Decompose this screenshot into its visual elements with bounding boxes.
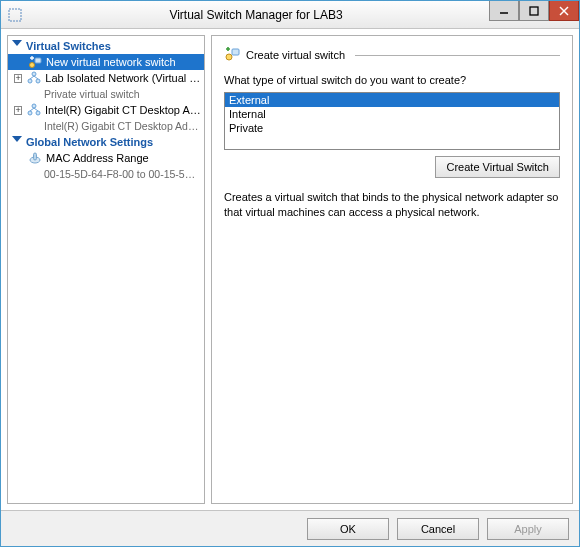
main-header-label: Create virtual switch bbox=[246, 49, 345, 61]
sidebar-item-mac-range-value: 00-15-5D-64-F8-00 to 00-15-5D-6... bbox=[8, 166, 204, 182]
maximize-button[interactable] bbox=[519, 1, 549, 21]
sidebar-item-intel-adapter-sub: Intel(R) Gigabit CT Desktop Adapt... bbox=[8, 118, 204, 134]
svg-marker-5 bbox=[12, 40, 22, 46]
expand-icon[interactable]: + bbox=[14, 74, 22, 83]
svg-line-17 bbox=[34, 108, 38, 111]
svg-point-13 bbox=[32, 104, 36, 108]
create-virtual-switch-button[interactable]: Create Virtual Switch bbox=[435, 156, 560, 178]
sidebar: Virtual Switches New virtual network swi… bbox=[7, 35, 205, 504]
create-switch-icon bbox=[224, 46, 240, 64]
cancel-button[interactable]: Cancel bbox=[397, 518, 479, 540]
list-item-private[interactable]: Private bbox=[225, 121, 559, 135]
titlebar: Virtual Switch Manager for LAB3 bbox=[1, 1, 579, 29]
content-area: Virtual Switches New virtual network swi… bbox=[1, 29, 579, 510]
minimize-button[interactable] bbox=[489, 1, 519, 21]
window-controls bbox=[489, 1, 579, 21]
chevron-down-icon bbox=[12, 40, 22, 52]
svg-line-12 bbox=[34, 76, 38, 79]
main-panel: Create virtual switch What type of virtu… bbox=[211, 35, 573, 504]
sidebar-item-new-switch[interactable]: New virtual network switch bbox=[8, 54, 204, 70]
section-global-settings[interactable]: Global Network Settings bbox=[8, 134, 204, 150]
chevron-down-icon bbox=[12, 136, 22, 148]
svg-rect-7 bbox=[35, 58, 41, 63]
svg-line-16 bbox=[30, 108, 34, 111]
section-label: Global Network Settings bbox=[26, 136, 153, 148]
dialog-button-bar: OK Cancel Apply bbox=[1, 510, 579, 546]
list-item-external[interactable]: External bbox=[225, 93, 559, 107]
ok-button[interactable]: OK bbox=[307, 518, 389, 540]
svg-point-8 bbox=[32, 72, 36, 76]
svg-point-14 bbox=[28, 111, 32, 115]
sidebar-sub-label: Private virtual switch bbox=[44, 87, 140, 101]
sidebar-item-lab-isolated-sub: Private virtual switch bbox=[8, 86, 204, 102]
main-header: Create virtual switch bbox=[224, 46, 560, 64]
svg-line-11 bbox=[30, 76, 34, 79]
apply-button[interactable]: Apply bbox=[487, 518, 569, 540]
sidebar-item-intel-adapter[interactable]: + Intel(R) Gigabit CT Desktop Adapte... bbox=[8, 102, 204, 118]
app-icon bbox=[7, 7, 23, 23]
svg-rect-2 bbox=[530, 7, 538, 15]
svg-point-9 bbox=[28, 79, 32, 83]
sidebar-item-label: Lab Isolated Network (Virtual Lab 1) bbox=[45, 71, 202, 85]
svg-point-10 bbox=[36, 79, 40, 83]
new-switch-icon bbox=[28, 55, 42, 69]
expand-icon[interactable]: + bbox=[14, 106, 22, 115]
section-label: Virtual Switches bbox=[26, 40, 111, 52]
section-virtual-switches[interactable]: Virtual Switches bbox=[8, 38, 204, 54]
svg-marker-18 bbox=[12, 136, 22, 142]
sidebar-item-lab-isolated[interactable]: + Lab Isolated Network (Virtual Lab 1) bbox=[8, 70, 204, 86]
sidebar-item-label: MAC Address Range bbox=[46, 151, 149, 165]
svg-point-6 bbox=[30, 63, 35, 68]
svg-rect-0 bbox=[9, 9, 21, 21]
window-title: Virtual Switch Manager for LAB3 bbox=[23, 8, 489, 22]
network-icon bbox=[27, 103, 41, 117]
svg-point-15 bbox=[36, 111, 40, 115]
divider bbox=[355, 55, 560, 56]
mac-range-icon bbox=[28, 151, 42, 165]
sidebar-sub-label: Intel(R) Gigabit CT Desktop Adapt... bbox=[44, 119, 202, 133]
switch-type-description: Creates a virtual switch that binds to t… bbox=[224, 190, 560, 220]
sidebar-item-label: Intel(R) Gigabit CT Desktop Adapte... bbox=[45, 103, 202, 117]
svg-rect-22 bbox=[232, 49, 239, 55]
svg-point-21 bbox=[226, 54, 232, 60]
switch-type-listbox[interactable]: External Internal Private bbox=[224, 92, 560, 150]
list-item-internal[interactable]: Internal bbox=[225, 107, 559, 121]
sidebar-item-label: New virtual network switch bbox=[46, 55, 176, 69]
sidebar-sub-label: 00-15-5D-64-F8-00 to 00-15-5D-6... bbox=[44, 167, 202, 181]
close-button[interactable] bbox=[549, 1, 579, 21]
network-icon bbox=[27, 71, 41, 85]
create-button-row: Create Virtual Switch bbox=[224, 156, 560, 178]
sidebar-item-mac-range[interactable]: MAC Address Range bbox=[8, 150, 204, 166]
svg-rect-20 bbox=[34, 153, 37, 160]
switch-type-prompt: What type of virtual switch do you want … bbox=[224, 74, 560, 86]
